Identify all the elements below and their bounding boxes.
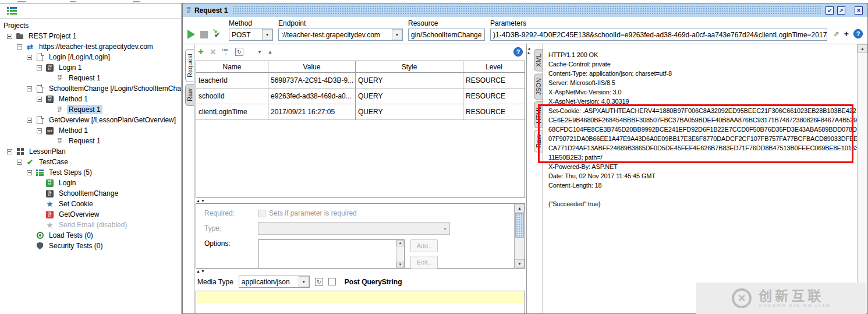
tab-request-raw[interactable]: Raw <box>185 84 194 106</box>
update-from-url-icon[interactable]: URL <box>222 48 229 55</box>
help-icon[interactable]: ? <box>853 29 863 38</box>
tree-item-load-tests[interactable]: Load Tests (0) <box>0 230 181 241</box>
resubmit-icon[interactable] <box>213 30 224 39</box>
tree-item-service[interactable]: https://teacher-test.grapecitydev.com <box>0 41 181 52</box>
collapse-icon[interactable] <box>27 86 32 91</box>
tree-item-step[interactable]: GetOverview <box>0 209 181 220</box>
rest-request-icon <box>55 137 64 145</box>
table-row[interactable]: schoolId e9263fed-ad38-469d-a0... QUERY … <box>196 89 525 104</box>
collapse-icon[interactable] <box>37 65 42 70</box>
tree-root-projects[interactable]: Projects <box>0 20 181 31</box>
help-icon[interactable]: ? <box>513 47 523 57</box>
cancel-request-icon[interactable] <box>200 31 208 38</box>
delete-row-icon[interactable]: ✕ <box>210 47 217 57</box>
collapse-icon[interactable] <box>27 118 32 123</box>
splitter-handle[interactable]: ▲▼ <box>194 198 526 203</box>
tree-item-resource[interactable]: Login [/Login/Login] <box>0 52 181 62</box>
tab-raw[interactable]: Raw <box>534 130 543 153</box>
required-checkbox[interactable] <box>258 210 265 217</box>
tree-item-project[interactable]: REST Project 1 <box>0 31 181 41</box>
tree-item-request[interactable]: Request 1 <box>0 73 181 83</box>
endpoint-select[interactable]: ://teacher-test.grapecitydev.com ▼ <box>278 29 403 41</box>
tree-item-step[interactable]: Set Cookie <box>0 199 181 209</box>
collapse-icon[interactable] <box>17 44 22 50</box>
panel-splitter[interactable]: ◄► <box>527 44 531 313</box>
service-icon <box>26 43 34 51</box>
collapse-icon[interactable] <box>37 128 42 133</box>
edit-option-button[interactable]: Edit.. <box>410 256 438 269</box>
tab-html[interactable]: HTML <box>534 101 543 128</box>
recreate-body-icon[interactable]: ↻ <box>315 278 323 286</box>
window-titlebar[interactable]: Request 1 ↙ ↗ ✕ <box>183 3 867 17</box>
params-table-header: Name Value Style Level <box>196 61 525 73</box>
resource-input[interactable]: gin/SchoolItemChange <box>408 29 485 41</box>
collapse-icon[interactable] <box>17 160 22 165</box>
cropped-text-fragment <box>133 1 140 2</box>
tree-item-test-steps[interactable]: Test Steps (5) <box>0 167 181 178</box>
add-option-button[interactable]: Add.. <box>410 239 438 252</box>
table-row[interactable]: clientLoginTime 2017/09/21 16:27:05 QUER… <box>196 104 525 120</box>
scrollbar-thumb[interactable] <box>515 213 524 238</box>
response-raw-view[interactable]: HTTP/1.1 200 OK Cache-Control: private C… <box>543 44 857 313</box>
collapse-icon[interactable] <box>7 34 12 39</box>
collapse-icon[interactable] <box>27 55 32 60</box>
rest-step-dark-icon <box>45 189 54 197</box>
form-scrollbar[interactable]: ▲ ▼ <box>514 204 525 268</box>
restore-icon[interactable]: ↗ <box>837 6 845 15</box>
close-icon[interactable]: ✕ <box>855 6 863 15</box>
revert-icon[interactable]: ↻ <box>235 48 243 56</box>
chevron-down-icon[interactable]: ▼ <box>299 276 309 287</box>
type-select[interactable] <box>258 222 450 235</box>
post-querystring-checkbox[interactable] <box>328 278 336 285</box>
chevron-down-icon[interactable]: ▼ <box>392 29 402 40</box>
tree-item-request-selected[interactable]: Request 1 <box>0 104 181 115</box>
tree-item-method[interactable]: Method 1 <box>0 94 181 104</box>
minimize-icon[interactable]: ↙ <box>826 6 834 15</box>
collapse-icon[interactable] <box>7 149 12 154</box>
tree-item-method[interactable]: Method 1 <box>0 125 181 136</box>
tree-options-icon[interactable] <box>7 7 17 15</box>
chevron-down-icon[interactable]: ▼ <box>262 29 272 40</box>
scroll-up-icon[interactable]: ▲ <box>858 44 867 53</box>
project-tree: Projects REST Project 1 https://teacher-… <box>0 19 181 251</box>
add-row-icon[interactable]: + <box>198 48 204 56</box>
tab-xml[interactable]: XML <box>534 49 543 72</box>
tree-item-testsuite[interactable]: LessonPlan <box>0 146 181 157</box>
move-down-icon[interactable]: ▼ <box>257 50 262 55</box>
tree-item-resource[interactable]: SchoolItemChange [/Login/SchoolItemCha <box>0 83 181 94</box>
scroll-down-icon[interactable]: ▼ <box>515 259 525 268</box>
tree-item-step[interactable]: Login <box>0 178 181 188</box>
tab-request[interactable]: Request <box>185 49 194 82</box>
collapse-icon[interactable] <box>37 97 42 102</box>
tree-item-step-disabled[interactable]: Send Email (disabled) <box>0 220 181 230</box>
request-toolbar: Method POST ▼ Endpoint ://teacher-test.g… <box>183 17 867 44</box>
star-gray-icon <box>45 221 54 229</box>
media-type-select[interactable]: application/json ▼ <box>239 276 310 288</box>
tree-item-method[interactable]: Login 1 <box>0 62 181 73</box>
media-type-row: Media Type application/json ▼ ↻ Post Que… <box>194 274 526 290</box>
response-scrollbar[interactable]: ▲ <box>857 44 867 313</box>
method-select[interactable]: POST ▼ <box>229 29 273 41</box>
required-row: Required: Sets if parameter is required <box>204 209 514 217</box>
edit-params-icon[interactable]: ⇗ <box>834 30 839 38</box>
get-method-icon <box>45 126 54 135</box>
options-scrollbar[interactable]: ▲▼ <box>396 240 404 268</box>
tab-json[interactable]: JSON <box>534 73 543 100</box>
parameters-input[interactable]: )1-4D3B-9292-4D0E2C45E138&schoolId=e9263… <box>490 29 827 41</box>
tree-item-resource[interactable]: GetOverview [/LessonPlan/GetOverview] <box>0 115 181 125</box>
collapse-icon[interactable] <box>27 170 32 175</box>
tree-item-request[interactable]: Request 1 <box>0 136 181 146</box>
request-body-editor[interactable] <box>196 291 525 313</box>
tree-item-testcase[interactable]: TestCase <box>0 157 181 167</box>
options-listbox[interactable]: ▲▼ <box>258 239 405 269</box>
splitter-handle[interactable]: ▲▼ <box>194 269 526 274</box>
submit-request-icon[interactable] <box>187 30 195 39</box>
scroll-up-icon[interactable]: ▲ <box>515 204 525 213</box>
table-row[interactable]: teacherId 5698737A-2C91-4D3B-9... QUERY … <box>196 73 525 89</box>
scroll-down-icon[interactable]: ▼ <box>396 262 404 268</box>
scroll-up-icon[interactable]: ▲ <box>396 240 404 246</box>
move-up-icon[interactable]: ▲ <box>268 50 272 55</box>
tree-item-security-tests[interactable]: Security Tests (0) <box>0 241 181 251</box>
tree-item-step[interactable]: SchoolItemChange <box>0 188 181 199</box>
add-param-icon[interactable]: + <box>844 30 849 37</box>
